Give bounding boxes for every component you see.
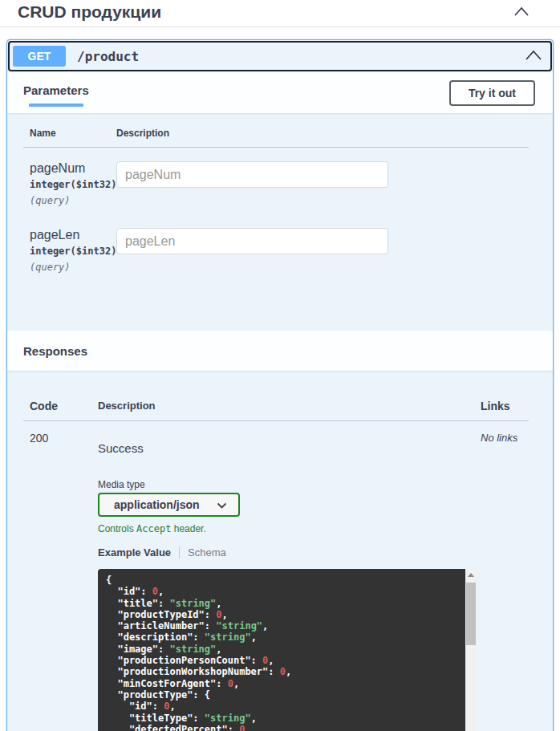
responses-table-header: Code Description Links — [23, 371, 529, 421]
scrollbar-up-arrow-icon[interactable] — [465, 569, 477, 580]
code-scrollbar[interactable] — [465, 569, 477, 731]
swagger-page: CRUD продукции GET /product Parameters — [0, 0, 560, 731]
response-code: 200 — [30, 432, 98, 731]
param-name: pageLen — [30, 228, 116, 242]
chevron-up-icon — [525, 51, 542, 63]
param-location: (query) — [30, 262, 116, 273]
media-type-select[interactable]: application/json — [98, 493, 240, 517]
accept-header-note: Controls Accept header. — [98, 523, 481, 534]
parameters-title: Parameters — [23, 83, 89, 97]
example-value-block: { "id": 0, "title": "string", "productTy… — [98, 569, 477, 731]
tab-schema[interactable]: Schema — [188, 546, 226, 558]
tab-example-value[interactable]: Example Value — [98, 546, 171, 558]
tab-divider — [179, 546, 180, 558]
endpoint-path: /product — [77, 49, 523, 64]
media-type-selected-value: application/json — [114, 498, 200, 511]
media-type-label: Media type — [98, 479, 481, 490]
param-name: pageNum — [30, 161, 116, 176]
param-name-cell: pageNum integer($int32) (query) — [30, 161, 116, 206]
active-tab-indicator — [29, 104, 83, 107]
tag-title: CRUD продукции — [18, 2, 161, 22]
chevron-up-icon — [513, 7, 530, 19]
responses-table: Code Description Links 200 Success Media… — [7, 371, 553, 731]
http-method-badge: GET — [13, 46, 66, 67]
example-schema-tabs: Example Value Schema — [98, 546, 481, 558]
tab-parameters: Parameters — [23, 83, 89, 107]
description-column-header: Description — [116, 128, 529, 139]
opblock-body: Parameters Try it out Name Description p… — [7, 72, 553, 731]
name-column-header: Name — [30, 128, 116, 139]
param-location: (query) — [30, 195, 116, 206]
param-name-cell: pageLen integer($int32) (query) — [30, 228, 116, 273]
collapse-tag-button[interactable] — [512, 4, 531, 21]
description-column-header: Description — [98, 400, 481, 412]
collapse-endpoint-button[interactable] — [523, 47, 544, 65]
response-links: No links — [481, 432, 529, 731]
parameters-section-header: Parameters Try it out — [7, 72, 553, 113]
parameters-table-header: Name Description — [23, 113, 529, 148]
code-column-header: Code — [30, 400, 98, 412]
pagelen-input[interactable] — [116, 228, 388, 254]
parameters-table: Name Description pageNum integer($int32)… — [7, 113, 553, 331]
chevron-down-icon — [217, 497, 227, 512]
scrollbar-thumb[interactable] — [466, 583, 476, 645]
links-column-header: Links — [481, 400, 529, 412]
param-row-pagelen: pageLen integer($int32) (query) — [23, 214, 529, 281]
param-description-cell — [116, 228, 529, 273]
response-description-cell: Success Media type application/json Cont… — [98, 432, 481, 731]
response-description: Success — [98, 441, 481, 455]
param-type: integer($int32) — [30, 246, 116, 257]
pagenum-input[interactable] — [116, 161, 388, 188]
responses-title: Responses — [23, 339, 87, 363]
param-type: integer($int32) — [30, 179, 116, 190]
tag-section-header[interactable]: CRUD продукции — [0, 0, 560, 27]
endpoint-summary[interactable]: GET /product — [8, 41, 552, 71]
param-description-cell — [116, 161, 529, 206]
try-it-out-button[interactable]: Try it out — [449, 80, 535, 106]
response-row-200: 200 Success Media type application/json … — [23, 421, 529, 731]
opblock-get-product: GET /product Parameters Try it out Name … — [6, 39, 554, 731]
example-json-code: { "id": 0, "title": "string", "productTy… — [98, 569, 465, 731]
param-row-pagenum: pageNum integer($int32) (query) — [23, 148, 529, 214]
responses-section-header: Responses — [7, 331, 553, 371]
